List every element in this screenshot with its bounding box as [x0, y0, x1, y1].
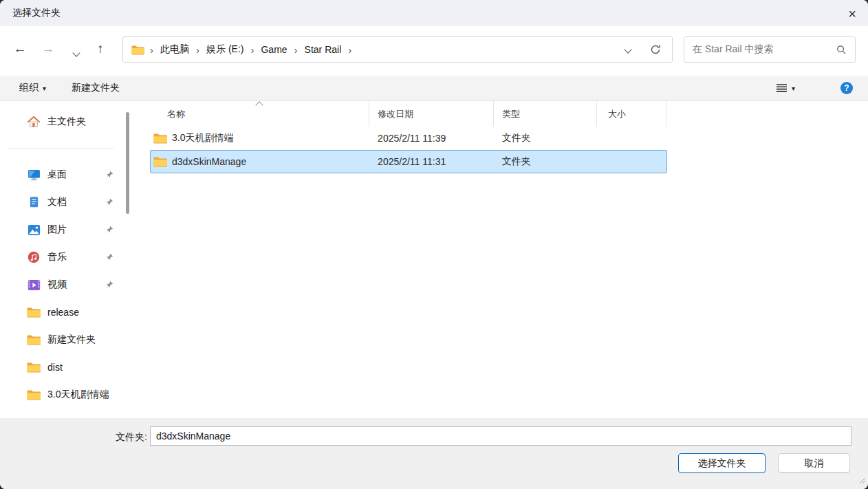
address-dropdown-icon[interactable]	[624, 45, 631, 53]
folder-icon	[26, 334, 41, 345]
new-folder-label: 新建文件夹	[72, 82, 120, 94]
cancel-button[interactable]: 取消	[778, 453, 850, 473]
pictures-icon	[26, 224, 41, 236]
dropdown-triangle-icon: ▾	[43, 85, 46, 92]
sidebar-item[interactable]: 文档	[0, 188, 122, 216]
pin-icon	[105, 198, 113, 206]
column-header[interactable]: 名称	[150, 101, 369, 127]
sidebar-item-label: 桌面	[47, 169, 67, 181]
sidebar-item-label: 主文件夹	[47, 116, 86, 128]
breadcrumb-item[interactable]: 娱乐 (E:)	[205, 43, 245, 56]
breadcrumb-item[interactable]: Star Rail	[303, 44, 343, 55]
breadcrumb: ›此电脑›娱乐 (E:)›Game›Star Rail›	[144, 43, 357, 56]
dropdown-triangle-icon: ▾	[792, 85, 795, 92]
refresh-icon[interactable]	[650, 44, 661, 55]
main-area: 主文件夹桌面文档图片音乐视频release新建文件夹dist3.0天机剧情端 名…	[0, 101, 868, 418]
title-bar: 选择文件夹 ×	[0, 0, 868, 26]
column-header[interactable]: 修改日期	[369, 101, 494, 127]
breadcrumb-item[interactable]: 此电脑	[159, 43, 191, 56]
dialog-footer: 文件夹: 选择文件夹 取消	[0, 418, 868, 489]
breadcrumb-separator-icon[interactable]: ›	[343, 44, 357, 56]
column-header-label: 名称	[167, 108, 185, 120]
back-icon: ←	[14, 41, 27, 56]
sidebar-item-label: 视频	[47, 279, 67, 291]
file-name: 3.0天机剧情端	[172, 132, 233, 144]
column-header-label: 修改日期	[378, 108, 413, 120]
file-name: d3dxSkinManage	[172, 156, 246, 167]
view-mode-button[interactable]: ▾	[772, 76, 799, 100]
table-row[interactable]: d3dxSkinManage2025/2/11 11:31文件夹	[150, 150, 667, 173]
file-date: 2025/2/11 11:39	[369, 127, 494, 149]
folder-icon	[153, 133, 167, 144]
sidebar-item-label: 3.0天机剧情端	[47, 389, 109, 401]
sidebar-divider	[8, 148, 114, 149]
resize-grip-icon[interactable]	[858, 475, 866, 487]
breadcrumb-separator-icon[interactable]: ›	[245, 44, 259, 56]
file-size	[596, 151, 666, 173]
sidebar-item[interactable]: 桌面	[0, 161, 122, 188]
help-button[interactable]: ?	[840, 82, 853, 94]
home-icon	[26, 116, 41, 128]
music-icon	[26, 251, 41, 263]
up-button[interactable]: ↑	[90, 39, 111, 59]
folder-icon	[26, 389, 41, 400]
sidebar-item[interactable]: 图片	[0, 216, 122, 243]
folder-icon	[26, 362, 41, 373]
column-header-label: 大小	[608, 108, 626, 120]
folder-icon	[153, 156, 167, 167]
column-header-label: 类型	[502, 108, 520, 120]
file-list: 名称修改日期类型大小 3.0天机剧情端2025/2/11 11:39文件夹d3d…	[150, 101, 868, 418]
desktop-icon	[26, 169, 41, 181]
column-header[interactable]: 类型	[494, 101, 597, 127]
pin-icon	[105, 226, 113, 234]
organize-button[interactable]: 组织 ▾	[15, 76, 50, 100]
sidebar-item-label: 图片	[47, 224, 67, 236]
organize-label: 组织	[19, 82, 39, 94]
breadcrumb-separator-icon[interactable]: ›	[289, 44, 303, 56]
sidebar-item[interactable]: 音乐	[0, 243, 122, 271]
back-button[interactable]: ←	[10, 39, 30, 59]
sidebar-item[interactable]: 视频	[0, 271, 122, 298]
command-bar: 组织 ▾ 新建文件夹 ▾ ?	[0, 76, 868, 101]
pin-icon	[105, 253, 113, 261]
breadcrumb-item[interactable]: Game	[259, 44, 288, 55]
forward-button[interactable]: →	[38, 39, 58, 59]
sidebar-scrollbar[interactable]	[126, 112, 129, 214]
help-icon: ?	[844, 83, 849, 93]
sidebar: 主文件夹桌面文档图片音乐视频release新建文件夹dist3.0天机剧情端	[0, 101, 122, 418]
documents-icon	[26, 196, 41, 208]
pin-icon	[105, 281, 113, 289]
table-row[interactable]: 3.0天机剧情端2025/2/11 11:39文件夹	[150, 127, 667, 150]
pin-icon	[105, 171, 113, 179]
sidebar-item[interactable]: 3.0天机剧情端	[0, 381, 122, 409]
filename-label: 文件夹:	[116, 431, 147, 444]
videos-icon	[26, 279, 41, 291]
sidebar-item[interactable]: 主文件夹	[0, 108, 122, 135]
file-type: 文件夹	[494, 127, 597, 149]
close-icon: ×	[848, 6, 856, 21]
sort-ascending-icon	[255, 101, 263, 109]
list-view-icon	[776, 83, 788, 93]
address-bar-controls	[625, 44, 672, 55]
new-folder-button[interactable]: 新建文件夹	[67, 76, 124, 100]
sidebar-item[interactable]: dist	[0, 354, 122, 381]
sidebar-item[interactable]: 新建文件夹	[0, 326, 122, 354]
sidebar-item-label: 文档	[47, 196, 67, 208]
breadcrumb-separator-icon[interactable]: ›	[191, 44, 205, 56]
column-header[interactable]: 大小	[597, 101, 667, 127]
breadcrumb-separator-icon[interactable]: ›	[144, 44, 159, 56]
search-box[interactable]: 在 Star Rail 中搜索	[684, 36, 856, 63]
close-button[interactable]: ×	[836, 0, 868, 26]
file-type: 文件夹	[494, 151, 597, 173]
search-placeholder: 在 Star Rail 中搜索	[693, 43, 773, 56]
filename-input[interactable]	[150, 426, 851, 446]
sidebar-item-label: 新建文件夹	[47, 334, 96, 346]
select-folder-button[interactable]: 选择文件夹	[678, 453, 766, 473]
chevron-down-icon	[72, 49, 80, 56]
recent-locations-button[interactable]	[66, 41, 87, 62]
select-folder-dialog: 选择文件夹 × ← → ↑ ›此电脑›娱乐 (E:)›Game›Star Rai…	[0, 0, 868, 489]
column-headers: 名称修改日期类型大小	[150, 101, 868, 127]
address-bar[interactable]: ›此电脑›娱乐 (E:)›Game›Star Rail›	[122, 36, 673, 63]
sidebar-item[interactable]: release	[0, 298, 122, 326]
navigation-row: ← → ↑ ›此电脑›娱乐 (E:)›Game›Star Rail›	[0, 26, 868, 76]
